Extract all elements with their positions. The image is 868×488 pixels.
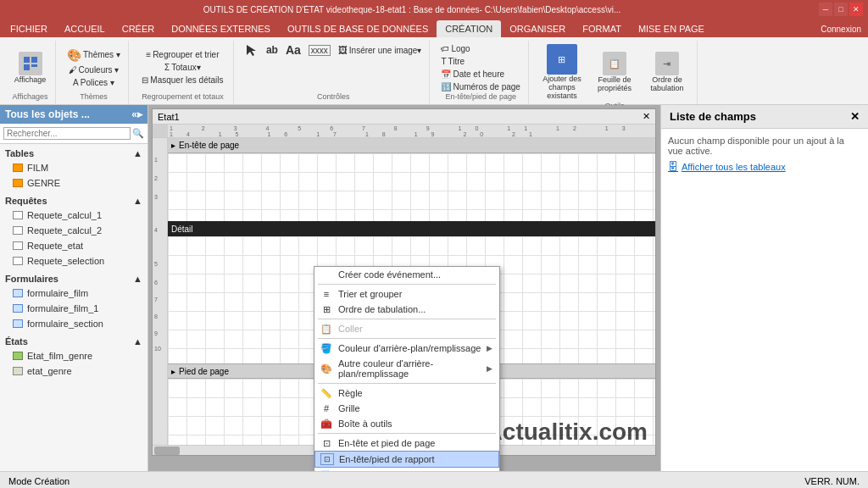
- doc-close-icon[interactable]: ✕: [643, 111, 650, 122]
- regrouper-trier-button[interactable]: ≡ Regrouper et trier: [143, 49, 221, 60]
- maximize-button[interactable]: □: [834, 3, 848, 16]
- h-scroll-thumb[interactable]: [154, 446, 180, 455]
- close-button[interactable]: ✕: [849, 3, 863, 16]
- right-panel: Liste de champs ✕ Aucun champ disponible…: [660, 105, 868, 471]
- date-heure-icon: 📅: [441, 69, 451, 79]
- sidebar-title: Tous les objets ...: [5, 108, 90, 120]
- search-icon: 🔍: [132, 128, 144, 139]
- tab-creer[interactable]: CRÉER: [114, 20, 164, 37]
- numeros-page-button[interactable]: 🔢 Numéros de page: [438, 81, 523, 92]
- sidebar-item-formulaire-film[interactable]: formulaire_film: [5, 286, 142, 301]
- ctx-boite-outils[interactable]: 🧰 Boîte à outils: [314, 416, 499, 431]
- afficher-tous-tableaux-link[interactable]: 🗄 Afficher tous les tableaux: [668, 161, 861, 173]
- ctx-regle-label: Règle: [338, 388, 363, 398]
- masquer-icon: ⊟: [142, 75, 148, 85]
- formulaire-film-icon: [12, 287, 24, 299]
- film-label: FILM: [27, 163, 48, 173]
- sidebar-item-film[interactable]: FILM: [5, 160, 142, 175]
- tab-organiser[interactable]: ORGANISER: [501, 20, 574, 37]
- ctx-entete-pied[interactable]: ⊡ En-tête et pied de page: [314, 435, 499, 451]
- ajouter-champs-button[interactable]: ⊞ Ajouter des champs existants: [537, 42, 587, 102]
- tab-donnees-externes[interactable]: DONNÉES EXTERNES: [163, 20, 279, 37]
- ctx-entete-rapport-icon: ⊡: [320, 453, 334, 465]
- themes-button[interactable]: 🎨 Thèmes ▾: [64, 47, 123, 63]
- image-tool[interactable]: 🖼 Insérer une image▾: [336, 44, 425, 56]
- minimize-button[interactable]: ─: [819, 3, 832, 16]
- ctx-regle[interactable]: 📏 Règle: [314, 385, 499, 401]
- ctx-creer-code[interactable]: Créer code événement...: [314, 267, 499, 282]
- ctx-grille-label: Grille: [338, 403, 360, 413]
- tab-accueil[interactable]: ACCUEIL: [56, 20, 114, 37]
- tab-mise-en-page[interactable]: MISE EN PAGE: [630, 20, 713, 37]
- requete-etat-icon: [12, 240, 24, 252]
- requete-calcul2-icon: [12, 225, 24, 236]
- polices-label: Polices ▾: [81, 78, 114, 87]
- couleurs-icon: 🖌: [69, 65, 77, 75]
- polices-button[interactable]: A Polices ▾: [70, 77, 117, 88]
- detail-section-label: Détail: [168, 221, 655, 236]
- status-bar: Mode Création VERR. NUM.: [0, 471, 868, 488]
- ctx-autre-couleur[interactable]: 🎨 Autre couleur d'arrière-plan/remplissa…: [314, 356, 499, 381]
- sidebar-item-etat-genre[interactable]: etat_genre: [5, 363, 142, 379]
- ctx-creer-code-label: Créer code événement...: [338, 269, 441, 280]
- tab-creation[interactable]: CRÉATION: [437, 20, 501, 37]
- totaux-button[interactable]: Σ Totaux▾: [162, 62, 203, 73]
- ctx-coller-icon: 📋: [320, 322, 333, 336]
- tables-label: Tables: [5, 148, 34, 158]
- ctx-grille-icon: #: [320, 402, 333, 415]
- feuille-proprietes-button[interactable]: 📋 Feuille de propriétés: [590, 50, 639, 94]
- ctx-entete-rapport[interactable]: ⊡ En-tête/pied de rapport: [314, 451, 499, 468]
- film-table-icon: [12, 162, 24, 174]
- label-tool[interactable]: Aa: [283, 42, 303, 58]
- date-heure-button[interactable]: 📅 Date et heure: [438, 69, 507, 80]
- ordre-tabulation-button[interactable]: ⇥ Ordre de tabulation: [643, 50, 692, 94]
- ribbon-group-themes: 🎨 Thèmes ▾ 🖌 Couleurs ▾ A Polices ▾ Thèm…: [59, 41, 129, 104]
- sidebar-item-formulaire-section[interactable]: formulaire_section: [5, 316, 142, 331]
- doc-title-bar: Etat1 ✕: [153, 109, 655, 125]
- horizontal-ruler: 1 2 3 4 5 6 7 8 9 10 11 12 13 14 15 16 1…: [153, 125, 655, 138]
- sidebar-item-genre[interactable]: GENRE: [5, 175, 142, 191]
- ctx-couleur-bg[interactable]: 🪣 Couleur d'arrière-plan/remplissage ▶: [314, 341, 499, 356]
- field-tool[interactable]: xxxx: [306, 44, 333, 57]
- sidebar-item-formulaire-film1[interactable]: formulaire_film_1: [5, 301, 142, 316]
- requetes-section-header[interactable]: Requêtes ▲: [5, 194, 142, 208]
- footer-section-arrow: ▸: [171, 367, 175, 376]
- logo-button[interactable]: 🏷 Logo: [438, 43, 472, 54]
- ordre-tabulation-icon: ⇥: [655, 52, 679, 75]
- titre-button[interactable]: T Titre: [438, 56, 467, 67]
- context-menu: Créer code événement... ≡ Trier et group…: [314, 266, 500, 471]
- affichage-button[interactable]: Affichage: [11, 50, 49, 86]
- text-tool[interactable]: ab: [264, 43, 281, 57]
- tab-outils-bdd[interactable]: OUTILS DE BASE DE DONNÉES: [279, 20, 437, 37]
- themes-label: Thèmes ▾: [83, 50, 120, 59]
- right-panel-close-icon[interactable]: ✕: [850, 110, 860, 123]
- ctx-couleur-bg-label: Couleur d'arrière-plan/remplissage: [338, 343, 481, 353]
- ribbon-group-controles: ab Aa xxxx 🖼 Insérer une image▾ Contrôle…: [237, 41, 431, 104]
- tables-section-header[interactable]: Tables ▲: [5, 147, 142, 160]
- vertical-ruler: 1 2 3 4 5 6 7 8 9 10: [153, 138, 168, 445]
- totaux-label: Totaux▾: [171, 63, 200, 72]
- sidebar-item-etat-film-genre[interactable]: Etat_film_genre: [5, 348, 142, 363]
- sidebar-search-area[interactable]: 🔍: [0, 124, 147, 144]
- ctx-ordre-tabulation[interactable]: ⊞ Ordre de tabulation...: [314, 302, 499, 317]
- sidebar-item-requete-calcul2[interactable]: Requete_calcul_2: [5, 223, 142, 238]
- ajouter-champs-icon: ⊞: [547, 44, 577, 75]
- sidebar-item-requete-selection[interactable]: Requete_selection: [5, 253, 142, 269]
- tab-format[interactable]: FORMAT: [574, 20, 630, 37]
- search-input[interactable]: [3, 127, 131, 140]
- couleurs-button[interactable]: 🖌 Couleurs ▾: [66, 64, 122, 75]
- ctx-grille[interactable]: # Grille: [314, 401, 499, 416]
- select-tool[interactable]: [242, 42, 261, 58]
- sidebar-item-requete-etat[interactable]: Requete_etat: [5, 238, 142, 253]
- ab-icon: ab: [266, 44, 278, 56]
- masquer-details-button[interactable]: ⊟ Masquer les détails: [139, 75, 225, 86]
- afficher-tableaux-label: Afficher tous les tableaux: [682, 162, 786, 172]
- ctx-trier-grouper[interactable]: ≡ Trier et grouper: [314, 286, 499, 302]
- title-bar: OUTILS DE CRÉATION D'ÉTAT videotheque-18…: [0, 0, 868, 19]
- ribbon-tabs: FICHIER ACCUEIL CRÉER DONNÉES EXTERNES O…: [0, 19, 868, 37]
- sidebar-item-requete-calcul1[interactable]: Requete_calcul_1: [5, 208, 142, 223]
- formulaires-section-header[interactable]: Formulaires ▲: [5, 272, 142, 286]
- tab-fichier[interactable]: FICHIER: [2, 20, 56, 37]
- etats-section-header[interactable]: États ▲: [5, 335, 142, 348]
- ctx-proprietes-etat[interactable]: 📄 Propriétés de l'état: [314, 468, 499, 471]
